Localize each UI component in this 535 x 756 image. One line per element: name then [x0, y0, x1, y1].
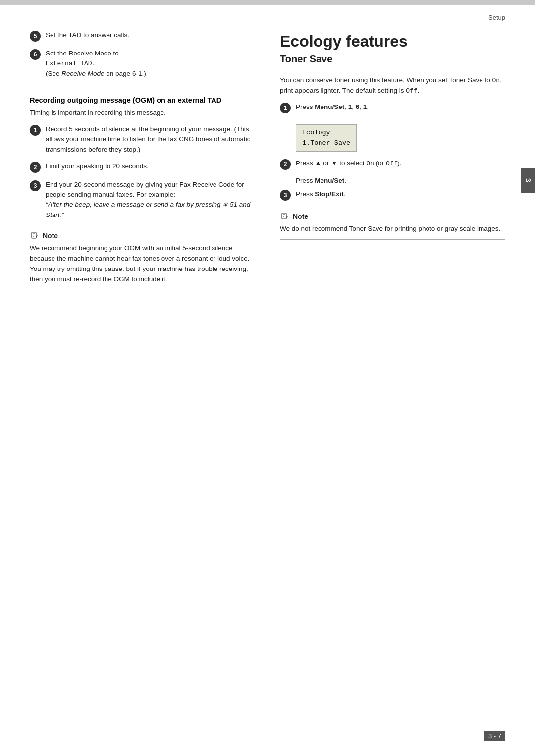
divider-right — [280, 248, 505, 248]
step-3-circle: 3 — [30, 180, 41, 191]
step-3-item: 3 End your 20-second message by giving y… — [30, 180, 255, 220]
page-number: 3 - 7 — [484, 731, 505, 741]
off-code: Off — [406, 87, 417, 95]
stop-exit-bold: Stop/Exit — [315, 190, 344, 198]
right-step-2-text: Press ▲ or ▼ to select On (or Off). — [296, 159, 505, 169]
right-note-title: Note — [280, 212, 505, 221]
on-select: On — [366, 160, 374, 167]
press-menuset-instruction: Press Menu/Set. — [296, 177, 505, 184]
lcd-line-2: 1.Toner Save — [302, 138, 350, 148]
step-6-text: Set the Receive Mode to External TAD. (S… — [46, 49, 255, 79]
step-2-item: 2 Limit your speaking to 20 seconds. — [30, 162, 255, 173]
on-code: On — [492, 77, 500, 84]
step-5-item: 5 Set the TAD to answer calls. — [30, 30, 255, 42]
step-1-item: 1 Record 5 seconds of silence at the beg… — [30, 124, 255, 155]
page-footer: 3 - 7 — [484, 731, 505, 741]
off-select: Off — [386, 160, 397, 167]
right-note-text: We do not recommend Toner Save for print… — [280, 224, 505, 234]
lcd-display: Ecology 1.Toner Save — [296, 124, 357, 152]
recording-section-heading: Recording outgoing message (OGM) on an e… — [30, 95, 255, 105]
lcd-line-1: Ecology — [302, 128, 350, 138]
step-3-italic: “After the beep, leave a message or send… — [46, 201, 250, 218]
step-1-text: Record 5 seconds of silence at the begin… — [46, 124, 255, 155]
menuset-bold-1: Menu/Set — [315, 103, 344, 110]
right-step-2-circle: 2 — [280, 159, 291, 170]
key-1b: 1 — [363, 103, 367, 110]
right-step-1-item: 1 Press Menu/Set, 1, 6, 1. — [280, 102, 505, 113]
left-note-text: We recommend beginning your OGM with an … — [30, 243, 255, 285]
recording-intro: Timing is important in recording this me… — [30, 108, 255, 118]
toner-save-intro: You can conserve toner using this featur… — [280, 75, 505, 96]
key-6: 6 — [356, 103, 360, 110]
step-2-circle: 2 — [30, 162, 41, 173]
ecology-features-title: Ecology features — [280, 32, 505, 51]
top-bar — [0, 0, 535, 5]
note-icon-left — [30, 231, 40, 240]
left-note-box: Note We recommend beginning your OGM wit… — [30, 227, 255, 290]
step-3-text: End your 20-second message by giving you… — [46, 180, 255, 220]
right-step-3-text: Press Stop/Exit. — [296, 189, 505, 199]
step-2-text: Limit your speaking to 20 seconds. — [46, 162, 255, 171]
side-tab: 3 — [521, 168, 535, 193]
right-step-3-circle: 3 — [280, 190, 291, 201]
left-note-title: Note — [30, 231, 255, 240]
note-icon-right — [280, 212, 290, 221]
right-column: Ecology features Toner Save You can cons… — [280, 30, 505, 297]
step-6-item: 6 Set the Receive Mode to External TAD. … — [30, 49, 255, 79]
right-step-3-item: 3 Press Stop/Exit. — [280, 189, 505, 201]
right-step-2-item: 2 Press ▲ or ▼ to select On (or Off). — [280, 159, 505, 170]
page-header: Setup — [0, 5, 535, 25]
content-area: 5 Set the TAD to answer calls. 6 Set the… — [0, 25, 535, 317]
right-step-1-circle: 1 — [280, 103, 291, 113]
step-6-circle: 6 — [30, 49, 41, 60]
step-5-circle: 5 — [30, 31, 41, 42]
page: Setup 3 5 Set the TAD to answer calls. 6… — [0, 0, 535, 756]
right-step-1-text: Press Menu/Set, 1, 6, 1. — [296, 102, 505, 112]
toner-save-heading: Toner Save — [280, 54, 505, 68]
menuset-bold-2: Menu/Set — [315, 177, 344, 184]
section-label: Setup — [488, 14, 505, 21]
receive-mode-italic: Receive Mode — [61, 70, 104, 77]
right-note-box: Note We do not recommend Toner Save for … — [280, 208, 505, 240]
divider-1 — [30, 87, 255, 87]
step-1-circle: 1 — [30, 125, 41, 136]
step-5-text: Set the TAD to answer calls. — [46, 30, 255, 40]
key-1: 1 — [348, 103, 352, 110]
left-column: 5 Set the TAD to answer calls. 6 Set the… — [30, 30, 255, 297]
